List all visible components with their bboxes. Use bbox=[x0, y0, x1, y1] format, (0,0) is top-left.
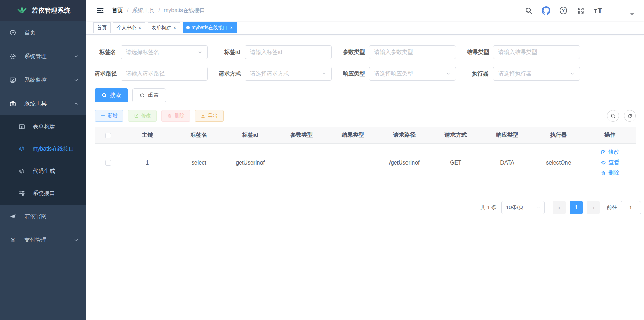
request-method-select[interactable]: 请选择请求方式 bbox=[245, 67, 332, 81]
sidebar-item-mybatis-online[interactable]: mybatis在线接口 bbox=[0, 138, 86, 160]
sidebar-item-label: 代码生成 bbox=[33, 168, 55, 175]
param-type-input[interactable] bbox=[369, 45, 456, 59]
tab-label: 表单构建 bbox=[152, 25, 171, 31]
chevron-down-icon bbox=[74, 78, 79, 82]
github-icon[interactable] bbox=[539, 3, 553, 18]
reset-button[interactable]: 重置 bbox=[132, 88, 166, 102]
add-button[interactable]: 新增 bbox=[95, 110, 123, 122]
next-page-button[interactable]: › bbox=[587, 201, 600, 214]
tab-profile[interactable]: 个人中心 × bbox=[113, 22, 145, 33]
sidebar-item-system-monitor[interactable]: 系统监控 bbox=[0, 68, 86, 92]
sidebar-item-system-manage[interactable]: 系统管理 bbox=[0, 45, 86, 68]
logo-leaf-icon bbox=[16, 6, 28, 15]
goto-page-input[interactable] bbox=[621, 201, 641, 214]
dashboard-icon bbox=[9, 29, 17, 37]
monitor-icon bbox=[9, 76, 17, 84]
trash-icon bbox=[167, 113, 172, 118]
breadcrumb-home[interactable]: 首页 bbox=[112, 7, 123, 14]
select-all-checkbox[interactable] bbox=[105, 133, 111, 138]
sidebar-item-payment-manage[interactable]: ¥ 支付管理 bbox=[0, 228, 86, 252]
page-size-select[interactable]: 10条/页 bbox=[501, 201, 545, 214]
chevron-down-icon bbox=[446, 71, 451, 76]
sidebar-item-system-tools[interactable]: 系统工具 bbox=[0, 92, 86, 115]
sliders-icon bbox=[18, 190, 26, 197]
sidebar-toggle-icon[interactable] bbox=[92, 3, 108, 18]
page-content: 标签名 请选择标签名 标签id 参数类型 结果类型 bbox=[86, 35, 644, 320]
tab-home[interactable]: 首页 bbox=[93, 22, 111, 33]
caret-down-icon bbox=[630, 13, 634, 15]
page-number-1[interactable]: 1 bbox=[570, 201, 583, 214]
active-dot bbox=[186, 26, 190, 29]
filter-param-type: 参数类型 bbox=[343, 45, 456, 59]
sidebar-item-official-site[interactable]: 若依官网 bbox=[0, 205, 86, 228]
sidebar-item-label: 系统管理 bbox=[24, 53, 47, 60]
col-header: 请求方式 bbox=[430, 127, 482, 143]
response-type-select[interactable]: 请选择响应类型 bbox=[369, 67, 456, 81]
font-size-icon[interactable]: тT bbox=[591, 3, 605, 18]
tab-label: 首页 bbox=[97, 25, 107, 31]
tag-name-select[interactable]: 请选择标签名 bbox=[121, 45, 208, 59]
sidebar-submenu-system-tools: 表单构建 mybatis在线接口 bbox=[0, 115, 86, 205]
prev-page-button[interactable]: ‹ bbox=[553, 201, 566, 214]
close-icon[interactable]: × bbox=[138, 25, 142, 30]
help-icon[interactable]: ? bbox=[556, 3, 570, 18]
delete-button[interactable]: 删除 bbox=[161, 110, 190, 122]
row-checkbox[interactable] bbox=[105, 160, 111, 166]
filter-executor: 执行器 请选择执行器 bbox=[467, 67, 580, 81]
filter-tag-name: 标签名 请选择标签名 bbox=[95, 45, 208, 59]
show-search-toggle-icon[interactable] bbox=[607, 110, 619, 122]
yen-icon: ¥ bbox=[9, 236, 17, 244]
chevron-down-icon bbox=[536, 205, 541, 210]
sidebar-item-code-gen[interactable]: 代码生成 bbox=[0, 160, 86, 182]
sidebar-item-home[interactable]: 首页 bbox=[0, 21, 86, 45]
chevron-down-icon bbox=[570, 71, 575, 76]
goto-label: 前往 bbox=[607, 204, 617, 211]
edit-icon bbox=[601, 150, 606, 155]
chevron-down-icon bbox=[74, 54, 79, 59]
close-icon[interactable]: × bbox=[173, 25, 176, 30]
edit-button[interactable]: 修改 bbox=[128, 110, 157, 122]
executor-select[interactable]: 请选择执行器 bbox=[493, 67, 580, 81]
breadcrumb-separator: / bbox=[127, 7, 128, 14]
tab-form-builder[interactable]: 表单构建 × bbox=[148, 22, 180, 33]
row-delete-link[interactable]: 删除 bbox=[601, 168, 619, 178]
filter-label: 结果类型 bbox=[467, 49, 493, 56]
fullscreen-icon[interactable] bbox=[574, 3, 588, 18]
avatar[interactable] bbox=[611, 2, 627, 18]
search-button[interactable]: 搜索 bbox=[95, 88, 128, 102]
result-type-input[interactable] bbox=[493, 45, 580, 59]
breadcrumb: 首页 / 系统工具 / mybatis在线接口 bbox=[112, 7, 205, 14]
sidebar-item-system-api[interactable]: 系统接口 bbox=[0, 182, 86, 205]
sidebar-item-label: 若依官网 bbox=[24, 213, 47, 220]
search-icon[interactable] bbox=[522, 3, 536, 18]
row-view-link[interactable]: 查看 bbox=[601, 158, 619, 168]
filter-actions: 搜索 重置 bbox=[95, 88, 636, 102]
tag-id-input[interactable] bbox=[245, 45, 332, 59]
filter-tag-id: 标签id bbox=[219, 45, 332, 59]
tags-view-bar: 首页 个人中心 × 表单构建 × mybatis在线接口 × bbox=[86, 21, 644, 35]
tab-mybatis-online[interactable]: mybatis在线接口 × bbox=[183, 22, 237, 33]
sidebar-item-label: 系统接口 bbox=[33, 190, 55, 197]
eye-icon bbox=[601, 160, 606, 166]
col-header: 标签名 bbox=[173, 127, 225, 143]
edit-icon bbox=[134, 113, 139, 118]
chevron-down-icon bbox=[322, 71, 327, 76]
sidebar-item-form-builder[interactable]: 表单构建 bbox=[0, 115, 86, 138]
filter-request-path: 请求路径 bbox=[95, 67, 208, 81]
filter-result-type: 结果类型 bbox=[467, 45, 580, 59]
close-icon[interactable]: × bbox=[230, 25, 233, 30]
filter-request-method: 请求方式 请选择请求方式 bbox=[219, 67, 332, 81]
user-menu[interactable] bbox=[611, 2, 634, 18]
refresh-table-icon[interactable] bbox=[624, 110, 636, 122]
export-button[interactable]: 导出 bbox=[195, 110, 224, 122]
app-logo[interactable]: 若依管理系统 bbox=[0, 0, 86, 21]
topbar-left: 首页 / 系统工具 / mybatis在线接口 bbox=[92, 3, 205, 18]
app-title: 若依管理系统 bbox=[32, 6, 71, 15]
row-edit-link[interactable]: 修改 bbox=[601, 147, 619, 158]
cell-executor: selectOne bbox=[533, 143, 584, 182]
col-header: 执行器 bbox=[533, 127, 584, 143]
filter-row-1: 标签名 请选择标签名 标签id 参数类型 结果类型 bbox=[95, 45, 636, 59]
code-icon bbox=[18, 167, 26, 175]
table-grid-icon bbox=[18, 123, 26, 130]
request-path-input[interactable] bbox=[121, 67, 208, 81]
